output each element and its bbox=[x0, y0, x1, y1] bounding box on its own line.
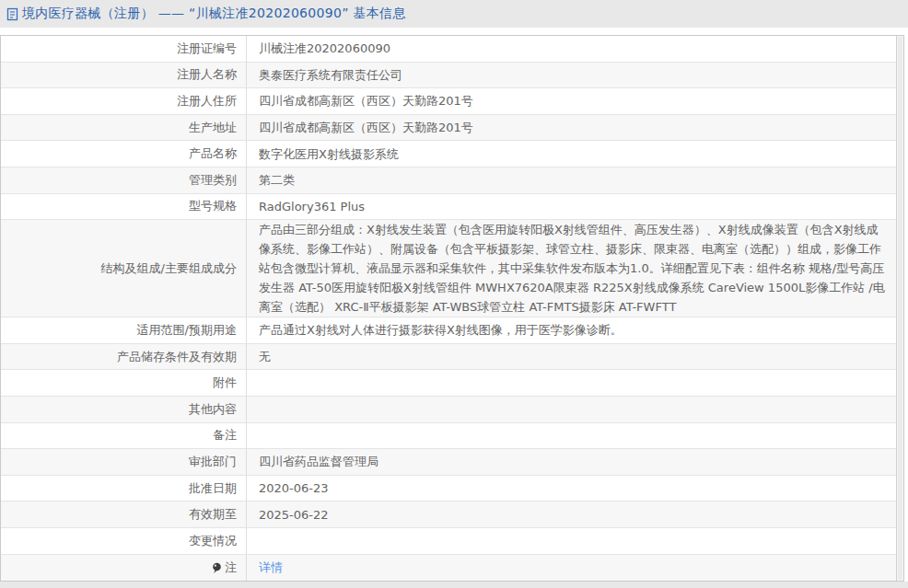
row-value: 四川省药品监督管理局 bbox=[247, 449, 903, 475]
table-row: 注详情 bbox=[1, 555, 903, 582]
row-label: 结构及组成/主要组成成分 bbox=[1, 220, 247, 317]
table-row: 生产地址四川省成都高新区（西区）天勤路201号 bbox=[1, 115, 903, 142]
table-row: 备注 bbox=[1, 423, 903, 450]
table-row: 批准日期2020-06-23 bbox=[1, 476, 903, 502]
document-icon bbox=[6, 7, 18, 21]
page-title: 境内医疗器械（注册） —— “川械注准20202060090” 基本信息 bbox=[22, 6, 406, 22]
detail-link[interactable]: 详情 bbox=[259, 558, 283, 577]
row-label: 适用范围/预期用途 bbox=[1, 317, 247, 343]
row-label: 审批部门 bbox=[1, 449, 247, 475]
row-value: 无 bbox=[247, 344, 903, 370]
row-value bbox=[247, 423, 903, 449]
row-value bbox=[247, 397, 903, 422]
row-value: 2025-06-22 bbox=[247, 502, 903, 527]
row-label: 注册人住所 bbox=[1, 88, 247, 114]
row-label: 管理类别 bbox=[1, 167, 247, 193]
scrollbar-thumb[interactable] bbox=[898, 37, 902, 580]
row-label: 注册证编号 bbox=[1, 36, 247, 62]
row-label: 产品名称 bbox=[1, 141, 247, 167]
table-row: 注册人名称奥泰医疗系统有限责任公司 bbox=[1, 63, 903, 89]
row-value: 川械注准20202060090 bbox=[247, 36, 903, 62]
table-row: 管理类别第二类 bbox=[1, 167, 903, 194]
table-row: 结构及组成/主要组成成分产品由三部分组成：X射线发生装置（包含医用旋转阳极X射线… bbox=[1, 220, 903, 317]
row-label: 其他内容 bbox=[1, 397, 247, 422]
balloon-icon bbox=[212, 562, 222, 574]
table-rows: 注册证编号川械注准20202060090注册人名称奥泰医疗系统有限责任公司注册人… bbox=[1, 36, 903, 581]
table-row: 产品名称数字化医用X射线摄影系统 bbox=[1, 141, 903, 167]
row-value: 产品由三部分组成：X射线发生装置（包含医用旋转阳极X射线管组件、高压发生器）、X… bbox=[247, 220, 903, 317]
content-panel: 注册证编号川械注准20202060090注册人名称奥泰医疗系统有限责任公司注册人… bbox=[0, 28, 908, 582]
table-row: 附件 bbox=[1, 370, 903, 397]
row-label: 型号规格 bbox=[1, 194, 247, 220]
row-label: 产品储存条件及有效期 bbox=[1, 344, 247, 370]
row-value bbox=[247, 528, 903, 554]
row-label: 批准日期 bbox=[1, 476, 247, 502]
title-bar: 境内医疗器械（注册） —— “川械注准20202060090” 基本信息 bbox=[0, 0, 908, 28]
table-row: 变更情况 bbox=[1, 528, 903, 555]
row-label: 有效期至 bbox=[1, 502, 247, 527]
table-row: 审批部门四川省药品监督管理局 bbox=[1, 449, 903, 476]
table-row: 有效期至2025-06-22 bbox=[1, 502, 903, 528]
registration-info-table: 注册证编号川械注准20202060090注册人名称奥泰医疗系统有限责任公司注册人… bbox=[0, 35, 904, 582]
row-value: RadGlory361 Plus bbox=[247, 194, 903, 220]
row-label: 注册人名称 bbox=[1, 63, 247, 88]
table-row: 注册人住所四川省成都高新区（西区）天勤路201号 bbox=[1, 88, 903, 115]
row-label: 变更情况 bbox=[1, 528, 247, 554]
row-label: 生产地址 bbox=[1, 115, 247, 141]
row-label: 注 bbox=[1, 555, 247, 582]
table-row: 型号规格RadGlory361 Plus bbox=[1, 194, 903, 221]
vertical-scrollbar[interactable] bbox=[896, 36, 903, 581]
row-value: 奥泰医疗系统有限责任公司 bbox=[247, 63, 903, 88]
row-label: 备注 bbox=[1, 423, 247, 449]
table-row: 适用范围/预期用途产品通过X射线对人体进行摄影获得X射线图像，用于医学影像诊断。 bbox=[1, 317, 903, 344]
table-row: 注册证编号川械注准20202060090 bbox=[1, 36, 903, 63]
row-value: 第二类 bbox=[247, 167, 903, 193]
row-value: 四川省成都高新区（西区）天勤路201号 bbox=[247, 88, 903, 114]
row-value: 2020-06-23 bbox=[247, 476, 903, 502]
row-value: 详情 bbox=[247, 555, 903, 582]
row-value: 数字化医用X射线摄影系统 bbox=[247, 141, 903, 167]
table-row: 其他内容 bbox=[1, 397, 903, 423]
row-value bbox=[247, 370, 903, 396]
table-row: 产品储存条件及有效期无 bbox=[1, 344, 903, 371]
row-label: 附件 bbox=[1, 370, 247, 396]
row-value: 产品通过X射线对人体进行摄影获得X射线图像，用于医学影像诊断。 bbox=[247, 317, 903, 343]
row-value: 四川省成都高新区（西区）天勤路201号 bbox=[247, 115, 903, 141]
